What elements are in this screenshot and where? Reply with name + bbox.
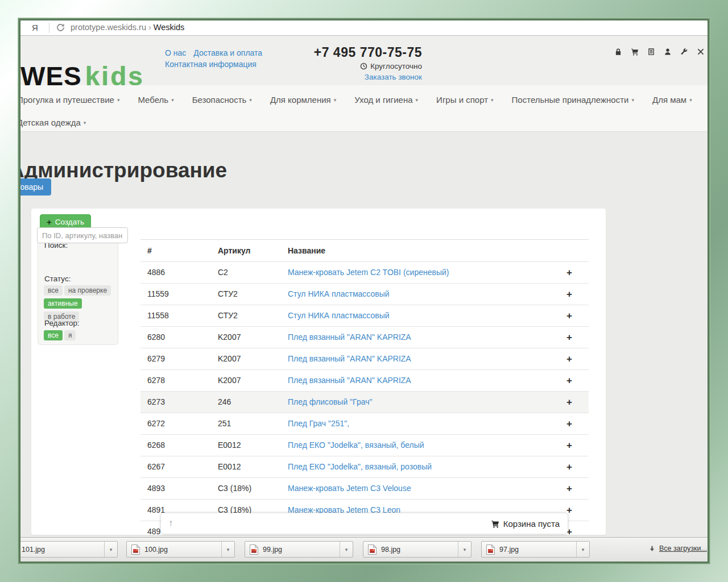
nav-item-label: Прогулка и путешествие	[20, 95, 114, 105]
nav-item-label: Детская одежда	[20, 118, 81, 127]
browser-window: Я prototype.weskids.ru›Weskids WESkids О…	[20, 20, 708, 562]
row-sku: K2007	[218, 327, 241, 348]
row-name-link[interactable]: Манеж-кровать Jetem C2 TOBI (сиреневый)	[288, 268, 449, 277]
nav-item-label: Уход и гигиена	[354, 95, 412, 105]
wrench-icon[interactable]	[680, 48, 688, 56]
row-add-button[interactable]: +	[558, 348, 581, 369]
download-item[interactable]: 98.jpg ▾	[363, 541, 471, 558]
row-name-link[interactable]: Плед вязанный "ARAN" KAPRIZA	[288, 354, 411, 363]
row-name-link[interactable]: Манеж-кровать Jetem C3 Velouse	[288, 484, 411, 493]
table-row: 6280 K2007 Плед вязанный "ARAN" KAPRIZA …	[140, 327, 589, 348]
nav-item[interactable]: Прогулка и путешествие▾	[20, 95, 129, 105]
orders-icon[interactable]	[647, 48, 655, 56]
row-name-link[interactable]: Плед Грач "251",	[288, 419, 349, 428]
row-name-link[interactable]: Плед флисовый "Грач"	[288, 397, 372, 406]
nav-item-label: Мебель	[138, 95, 168, 105]
row-name-link[interactable]: Плед ЕКО "Jodelka", вязаный, розовый	[288, 462, 432, 471]
row-sku: 251	[218, 413, 231, 434]
cart-overlay: ↑ Корзина пуста	[161, 513, 568, 534]
cart-icon[interactable]	[631, 48, 639, 56]
row-name-link[interactable]: Плед вязанный "ARAN" KAPRIZA	[288, 376, 411, 385]
download-item[interactable]: 101.jpg ▾	[20, 541, 118, 558]
row-add-button[interactable]: +	[558, 456, 581, 477]
row-sku: K2007	[218, 370, 241, 391]
close-icon[interactable]	[697, 48, 705, 56]
chevron-down-icon: ▾	[117, 97, 120, 103]
nav-item[interactable]: Для мам▾	[643, 95, 701, 105]
decorative-frame: Я prototype.weskids.ru›Weskids WESkids О…	[0, 0, 728, 582]
user-icon[interactable]	[664, 48, 672, 56]
download-item[interactable]: 99.jpg ▾	[245, 541, 353, 558]
table-row: 6279 K2007 Плед вязанный "ARAN" KAPRIZA …	[140, 348, 589, 370]
clock-icon	[360, 63, 367, 70]
row-add-button[interactable]: +	[558, 305, 581, 326]
image-file-icon	[250, 544, 258, 555]
filter-badge[interactable]: все	[44, 330, 63, 340]
row-add-button[interactable]: +	[558, 478, 581, 499]
callback-link[interactable]: Заказать звонок	[365, 73, 422, 81]
link-contacts[interactable]: Контактная информация	[165, 60, 257, 69]
search-input[interactable]	[37, 227, 128, 243]
download-item[interactable]: 100.jpg ▾	[126, 541, 235, 558]
nav-item-label: Безопасность	[192, 95, 247, 105]
download-menu-caret[interactable]: ▾	[458, 542, 471, 557]
row-sku: СТУ2	[218, 305, 238, 326]
products-table: # Артикул Название 4886 C2 Манеж-кровать…	[140, 239, 589, 543]
nav-item[interactable]: Постельные принадлежности▾	[503, 95, 643, 105]
nav-item[interactable]: Уход и гигиена▾	[345, 95, 427, 105]
row-sku: C3 (18%)	[218, 478, 251, 499]
row-add-button[interactable]: +	[558, 327, 581, 348]
filter-badge[interactable]: все	[44, 285, 63, 296]
filter-badge[interactable]: я	[64, 330, 76, 340]
row-name-link[interactable]: Стул НИКА пластмассовый	[288, 289, 390, 298]
cart-icon	[491, 519, 499, 528]
url-field[interactable]: prototype.weskids.ru›Weskids	[71, 23, 184, 32]
nav-item-label: Постельные принадлежности	[512, 95, 629, 105]
table-row: 6273 246 Плед флисовый "Грач" +	[140, 392, 589, 413]
chevron-down-icon: ▾	[171, 97, 174, 103]
chevron-down-icon: ▾	[249, 97, 252, 103]
table-row: 4893 C3 (18%) Манеж-кровать Jetem C3 Vel…	[140, 478, 589, 500]
download-menu-caret[interactable]: ▾	[576, 542, 589, 557]
yandex-browser-icon[interactable]: Я	[32, 23, 38, 32]
nav-item[interactable]: Безопасность▾	[183, 95, 261, 105]
row-add-button[interactable]: +	[558, 284, 581, 305]
row-sku: K2007	[218, 348, 241, 369]
row-add-button[interactable]: +	[558, 413, 581, 434]
download-menu-caret[interactable]: ▾	[104, 542, 117, 557]
link-about[interactable]: О нас	[165, 47, 186, 59]
nav-item[interactable]: Для кормления▾	[261, 95, 345, 105]
all-downloads-link[interactable]: Все загрузки...	[648, 544, 707, 552]
row-id: 6280	[147, 327, 165, 348]
filter-badge[interactable]: активные	[44, 298, 82, 309]
nav-item[interactable]: Мебель▾	[129, 95, 183, 105]
nav-item[interactable]: Игры и спорт▾	[427, 95, 502, 105]
table-header: # Артикул Название	[140, 239, 589, 262]
chevron-down-icon: ▾	[84, 120, 86, 126]
nav-item-label: Для мам	[652, 95, 686, 105]
link-delivery[interactable]: Доставка и оплата	[193, 47, 262, 59]
reload-icon[interactable]	[56, 23, 65, 32]
row-add-button[interactable]: +	[558, 435, 581, 456]
download-item[interactable]: 97.jpg ▾	[481, 541, 590, 558]
download-menu-caret[interactable]: ▾	[221, 542, 234, 557]
row-name-link[interactable]: Плед ЕКО "Jodelka", вязаный, белый	[288, 440, 424, 450]
scroll-top-icon[interactable]: ↑	[168, 518, 173, 529]
editor-filter-group: всея	[44, 330, 129, 343]
status-filter-group: всена проверкеактивныев работе	[44, 285, 129, 324]
row-add-button[interactable]: +	[558, 392, 581, 413]
filter-badge[interactable]: на проверке	[64, 285, 111, 296]
lock-icon[interactable]	[614, 48, 622, 56]
nav-item[interactable]: Детская одежда▾	[20, 118, 95, 127]
tab-products[interactable]: Товары	[20, 178, 51, 196]
download-filename: 97.jpg	[499, 546, 576, 554]
row-sku: E0012	[218, 435, 241, 456]
row-name-link[interactable]: Плед вязанный "ARAN" KAPRIZA	[288, 332, 411, 342]
col-sku: Артикул	[218, 240, 250, 261]
downloads-bar: 101.jpg ▾ 100.jpg ▾ 99.jpg ▾ 98.jpg ▾ 97…	[20, 537, 708, 562]
row-add-button[interactable]: +	[558, 262, 581, 283]
row-name-link[interactable]: Стул НИКА пластмассовый	[288, 311, 390, 320]
row-add-button[interactable]: +	[558, 370, 581, 391]
cart-status[interactable]: Корзина пуста	[491, 519, 560, 529]
download-menu-caret[interactable]: ▾	[340, 542, 353, 557]
